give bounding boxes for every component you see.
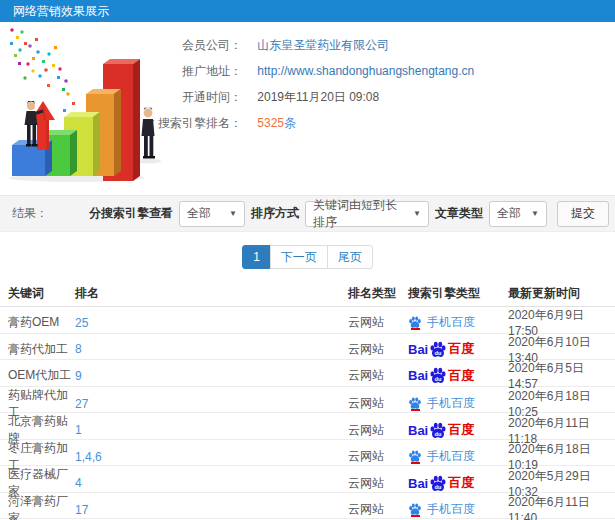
promo-url-label: 推广地址： [150, 58, 242, 84]
engine-view-select[interactable]: 全部 ▼ [179, 201, 245, 227]
keyword-cell: 菏泽膏药厂家 [8, 493, 75, 520]
chevron-down-icon: ▼ [525, 209, 539, 218]
keyword-cell: 膏药OEM [8, 314, 75, 331]
page-1-button[interactable]: 1 [242, 245, 271, 269]
engine-cell: Bai du 百度 [408, 340, 508, 359]
baidu-paw-icon: du [429, 367, 447, 386]
rank-type-cell: 云网站 [348, 475, 408, 492]
field-open-time: 开通时间： 2019年11月20日 09:08 [150, 84, 474, 110]
engine-rank-label: 搜索引擎排名： [150, 110, 242, 136]
col-rank: 排名 [75, 285, 348, 302]
engine-rank-count: 5325 [257, 116, 284, 130]
updated-cell: 2020年6月11日 11:40 [508, 494, 615, 520]
mobile-baidu-label: 手机百度 [427, 314, 475, 331]
chevron-down-icon: ▼ [223, 209, 237, 218]
rank-link[interactable]: 4 [75, 476, 348, 490]
rank-link[interactable]: 8 [75, 342, 348, 356]
mobile-baidu-paw-icon [408, 316, 422, 330]
baidu-logo-bai: Bai [408, 423, 428, 438]
field-engine-rank-count: 搜索引擎排名： 5325条 [150, 110, 474, 136]
rank-link[interactable]: 25 [75, 316, 348, 330]
baidu-logo-bai: Bai [408, 342, 428, 357]
page-header: 网络营销效果展示 [0, 0, 615, 22]
rank-link[interactable]: 1 [75, 423, 348, 437]
red-underline [411, 409, 420, 411]
red-underline [411, 515, 420, 517]
rank-link[interactable]: 9 [75, 369, 348, 383]
engine-cell: Bai du 百度 [408, 366, 508, 385]
page-title: 网络营销效果展示 [13, 4, 109, 18]
engine-rank-unit: 条 [284, 116, 296, 130]
last-page-button[interactable]: 尾页 [327, 245, 373, 269]
table-row: 膏药代加工 8 云网站 Bai du 百度 2020年6月10日 13:40 [0, 334, 615, 361]
rank-link[interactable]: 1,4,6 [75, 450, 348, 464]
mobile-baidu-paw-icon [408, 503, 422, 517]
table-row: 医疗器械厂家 4 云网站 Bai du 百度 2020年5月29日 10:32 [0, 466, 615, 493]
baidu-logo-bai: Bai [408, 476, 428, 491]
engine-view-selected: 全部 [187, 205, 211, 222]
svg-text:du: du [435, 349, 442, 355]
article-type-label: 文章类型 [435, 205, 483, 222]
engine-cell: 手机百度 [408, 314, 508, 331]
red-underline [411, 328, 420, 330]
open-time-label: 开通时间： [150, 84, 242, 110]
article-type-select[interactable]: 全部 ▼ [489, 201, 547, 227]
rank-type-cell: 云网站 [348, 341, 408, 358]
baidu-logo-cn: 百度 [448, 421, 474, 439]
col-rank-type: 排名类型 [348, 285, 408, 302]
promo-url-link[interactable]: http://www.shandonghuangshengtang.cn [257, 64, 474, 78]
filter-bar: 结果： 分搜索引擎查看 全部 ▼ 排序方式 关键词由短到长排序 ▼ 文章类型 全… [0, 195, 615, 232]
engine-cell: 手机百度 [408, 501, 508, 518]
pagination: 1 下一页 尾页 [0, 232, 615, 280]
svg-text:du: du [435, 376, 442, 382]
rank-type-cell: 云网站 [348, 367, 408, 384]
open-time-value: 2019年11月20日 09:08 [257, 90, 379, 104]
submit-button[interactable]: 提交 [557, 201, 609, 227]
table-header-row: 关键词 排名 排名类型 搜索引擎类型 最新更新时间 [0, 280, 615, 307]
baidu-logo-cn: 百度 [448, 474, 474, 492]
sort-label: 排序方式 [251, 205, 299, 222]
keyword-cell: OEM代加工 [8, 367, 75, 384]
chevron-down-icon: ▼ [407, 209, 421, 218]
rank-type-cell: 云网站 [348, 422, 408, 439]
member-info-section: 会员公司： 山东皇圣堂药业有限公司 推广地址： http://www.shand… [0, 22, 615, 195]
mobile-baidu-paw-icon [408, 397, 422, 411]
svg-text:du: du [435, 483, 442, 489]
red-underline [411, 462, 420, 464]
engine-cell: Bai du 百度 [408, 474, 508, 493]
engine-cell: Bai du 百度 [408, 421, 508, 440]
company-link[interactable]: 山东皇圣堂药业有限公司 [257, 38, 389, 52]
sort-select[interactable]: 关键词由短到长排序 ▼ [305, 201, 429, 227]
table-row: OEM代加工 9 云网站 Bai du 百度 2020年6月5日 14:57 [0, 360, 615, 387]
baidu-logo-cn: 百度 [448, 340, 474, 358]
rank-type-cell: 云网站 [348, 314, 408, 331]
field-company: 会员公司： 山东皇圣堂药业有限公司 [150, 32, 474, 58]
baidu-logo-cn: 百度 [448, 367, 474, 385]
col-keyword: 关键词 [8, 285, 75, 302]
table-row: 膏药OEM 25 云网站 手机百度 2020年6月9日 17:50 [0, 307, 615, 334]
engine-view-label: 分搜索引擎查看 [89, 205, 173, 222]
mobile-baidu-label: 手机百度 [427, 501, 475, 518]
company-label: 会员公司： [150, 32, 242, 58]
result-label: 结果： [12, 205, 48, 222]
svg-text:du: du [435, 430, 442, 436]
rank-link[interactable]: 27 [75, 397, 348, 411]
table-row: 药贴牌代加工 27 云网站 手机百度 2020年6月18日 10:25 [0, 387, 615, 414]
baidu-logo-bai: Bai [408, 368, 428, 383]
mobile-baidu-label: 手机百度 [427, 448, 475, 465]
next-page-button[interactable]: 下一页 [270, 245, 328, 269]
col-engine-type: 搜索引擎类型 [408, 285, 508, 302]
field-promo-url: 推广地址： http://www.shandonghuangshengtang.… [150, 58, 474, 84]
sort-selected: 关键词由短到长排序 [313, 197, 407, 231]
updated-cell: 2020年6月5日 14:57 [508, 360, 615, 391]
col-updated: 最新更新时间 [508, 285, 615, 302]
rank-type-cell: 云网站 [348, 395, 408, 412]
rank-type-cell: 云网站 [348, 501, 408, 518]
mobile-baidu-paw-icon [408, 450, 422, 464]
baidu-paw-icon: du [429, 475, 447, 494]
table-row: 菏泽膏药厂家 17 云网站 手机百度 2020年6月11日 11:40 [0, 493, 615, 520]
baidu-paw-icon: du [429, 341, 447, 360]
rank-link[interactable]: 17 [75, 503, 348, 517]
table-row: 枣庄膏药加工 1,4,6 云网站 手机百度 2020年6月18日 10:19 [0, 440, 615, 467]
mobile-baidu-label: 手机百度 [427, 395, 475, 412]
